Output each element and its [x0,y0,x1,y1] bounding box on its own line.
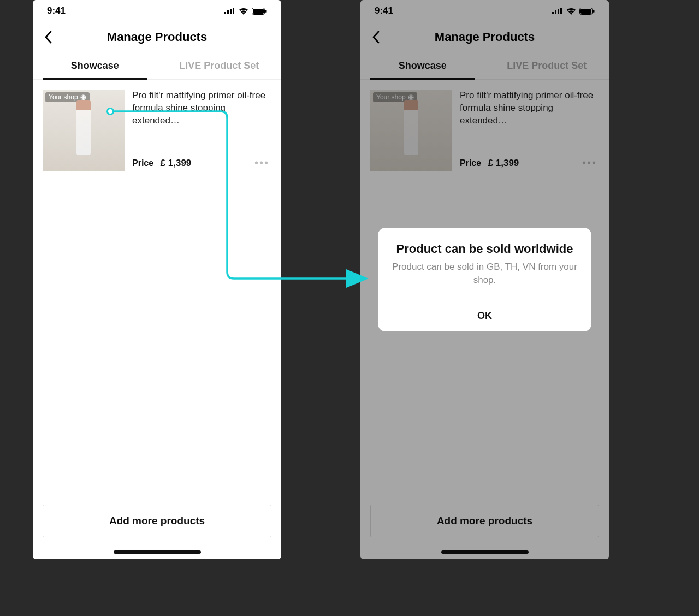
modal-dialog: Product can be sold worldwide Product ca… [378,228,591,331]
modal-overlay: Product can be sold worldwide Product ca… [360,0,609,559]
home-indicator [114,550,201,554]
add-more-products-button[interactable]: Add more products [43,505,271,537]
status-bar: 9:41 [33,0,281,22]
signal-icon [224,8,235,14]
price-value: £ 1,399 [161,158,192,168]
nav-bar: Manage Products [33,22,281,52]
phone-screen-left: 9:41 Manage Products Showcase LIVE P [33,0,281,559]
page-title: Manage Products [33,30,281,44]
price-label: Price [132,158,153,168]
svg-rect-1 [227,10,229,14]
svg-rect-0 [224,12,226,14]
modal-ok-button[interactable]: OK [378,300,591,331]
product-info: Pro filt'r mattifying primer oil-free fo… [132,90,271,171]
price-block: Price £ 1,399 [132,158,191,169]
battery-icon [252,8,267,15]
bottom-area: Add more products [33,495,281,547]
svg-rect-3 [233,8,234,14]
tab-showcase[interactable]: Showcase [33,52,157,79]
svg-rect-5 [253,9,264,14]
product-row[interactable]: Your shop Pro filt'r mattifying primer o… [43,90,271,171]
modal-body: Product can be sold in GB, TH, VN from y… [378,260,591,300]
wifi-icon [239,8,248,15]
shop-badge: Your shop [45,92,90,102]
product-title: Pro filt'r mattifying primer oil-free fo… [132,90,271,127]
chevron-left-icon [44,31,52,44]
svg-rect-6 [265,10,267,13]
status-time: 9:41 [47,5,66,16]
more-button[interactable]: ••• [252,155,271,171]
modal-title: Product can be sold worldwide [378,228,591,260]
price-row: Price £ 1,399 ••• [132,155,271,171]
tabs: Showcase LIVE Product Set [33,52,281,80]
back-button[interactable] [36,25,60,49]
product-list: Your shop Pro filt'r mattifying primer o… [33,80,281,495]
product-image: Your shop [43,90,125,171]
shop-badge-label: Your shop [49,93,78,101]
tab-live-product-set[interactable]: LIVE Product Set [157,52,282,79]
phone-screen-right: 9:41 Manage Products Showcase LIVE P [360,0,609,559]
svg-rect-2 [230,9,232,14]
globe-icon [80,94,86,100]
status-icons [224,8,267,15]
